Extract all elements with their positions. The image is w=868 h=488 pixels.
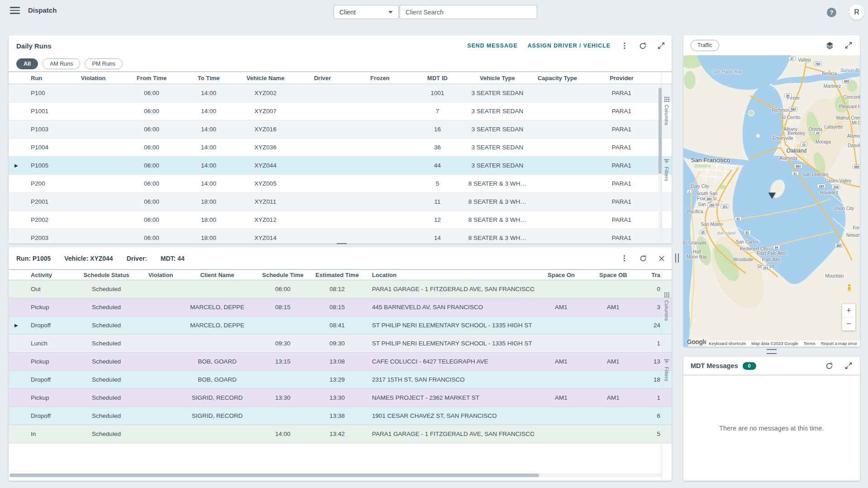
pegman-icon[interactable]	[846, 284, 853, 293]
daily-runs-title: Daily Runs	[16, 42, 52, 50]
column-header-driver[interactable]: Driver	[294, 75, 351, 81]
table-row[interactable]: P100306:0014:00XYZ016163 SEATER SEDANPAR…	[9, 120, 672, 139]
cell-provider: PARA1	[586, 234, 657, 241]
column-header-spaceOn[interactable]: Space On	[534, 272, 588, 278]
column-header-sched[interactable]: Schedule Time	[253, 272, 312, 278]
column-header-mdt[interactable]: MDT ID	[409, 75, 466, 81]
column-header-status[interactable]: Schedule Status	[72, 272, 140, 278]
cell-sched: 14:00	[253, 431, 312, 437]
cell-vehicle: XYZ007	[237, 108, 294, 115]
mdt-messages-panel: MDT Messages 0 There are no messages at …	[683, 357, 860, 481]
table-row[interactable]: PickupScheduledBOB, GOARD13:1513:08CAFE …	[9, 353, 672, 371]
refresh-icon[interactable]	[639, 42, 647, 50]
table-row[interactable]: P100106:0014:00XYZ00773 SEATER SEDANPARA…	[9, 102, 672, 120]
column-header-tra[interactable]: Tra	[638, 272, 663, 278]
cell-vehicle: XYZ002	[237, 90, 294, 96]
table-row[interactable]: ▶P100506:0014:00XYZ044443 SEATER SEDANPA…	[9, 157, 672, 175]
report-error-link[interactable]: Report a map error	[821, 340, 857, 347]
cell-mdt: 5	[409, 180, 466, 187]
cell-sched: 09:30	[253, 340, 312, 347]
map-split-drag-handle[interactable]	[767, 349, 777, 354]
cell-vtype: 3 SEATER SEDAN	[466, 108, 529, 115]
assign-driver-vehicle-button[interactable]: ASSIGN DRIVER / VEHICLE	[528, 43, 610, 49]
columns-side-tab[interactable]: Columns	[662, 97, 671, 125]
cell-location: 1901 CESAR CHAVEZ ST, SAN FRANCISCO	[362, 412, 534, 419]
column-header-to[interactable]: To Time	[180, 75, 237, 81]
filters-side-tab[interactable]: Filters	[662, 158, 671, 182]
filter-pm-runs[interactable]: PM Runs	[85, 58, 122, 69]
layers-icon[interactable]	[825, 41, 835, 50]
expand-icon[interactable]	[657, 42, 665, 50]
cell-to: 14:00	[180, 180, 237, 187]
kebab-menu-icon[interactable]	[620, 42, 629, 50]
cell-client: SIGRID, RECORD	[181, 394, 253, 401]
close-icon[interactable]	[658, 255, 665, 262]
table-row[interactable]: PickupScheduledSIGRID, RECORD13:3013:30N…	[9, 389, 672, 407]
column-header-location[interactable]: Location	[362, 272, 534, 278]
table-row[interactable]: P200206:0018:00XYZ012128 SEATER & 3 WH…P…	[9, 211, 672, 229]
help-icon[interactable]: ?	[827, 8, 836, 17]
table-row[interactable]: P100406:0014:00XYZ036363 SEATER SEDANPAR…	[9, 139, 672, 157]
map-viewport[interactable]: San Pablo BaySuisun BayVallejoBeniciaMar…	[683, 55, 860, 347]
column-header-activity[interactable]: Activity	[16, 272, 72, 278]
filter-all[interactable]: All	[16, 58, 38, 69]
cell-vtype: 3 SEATER SEDAN	[466, 144, 529, 151]
cell-location: ST PHILIP NERI ELEMENTARY SCHOOL - 1335 …	[362, 340, 534, 347]
table-row[interactable]: ▶DropoffScheduledMARCELO, DEPPE08:41ST P…	[9, 316, 672, 335]
column-header-from[interactable]: From Time	[123, 75, 180, 81]
column-header-spaceOb[interactable]: Space OB	[588, 272, 638, 278]
cell-sched: 08:15	[253, 304, 312, 311]
send-message-button[interactable]: SEND MESSAGE	[467, 43, 517, 49]
table-row[interactable]: PickupScheduledMARCELO, DEPPE08:1508:154…	[9, 298, 672, 316]
table-row[interactable]: P200106:0018:00XYZ011118 SEATER & 3 WH…P…	[9, 193, 672, 211]
cell-tra: 18	[638, 376, 663, 383]
column-header-client[interactable]: Client Name	[181, 272, 253, 278]
cell-est: 13:42	[312, 431, 362, 437]
refresh-icon[interactable]	[825, 362, 834, 370]
column-header-violation[interactable]: Violation	[140, 272, 181, 278]
table-row[interactable]: P10006:0014:00XYZ00210013 SEATER SEDANPA…	[9, 84, 672, 102]
route-shield-icon: 780	[813, 62, 822, 66]
zoom-in-button[interactable]: +	[842, 304, 855, 318]
column-header-ctype[interactable]: Capacity Type	[529, 75, 586, 81]
cell-mdt: 44	[409, 162, 466, 169]
panel-split-drag-handle[interactable]	[675, 254, 679, 263]
keyboard-shortcuts-link[interactable]: Keyboard shortcuts	[709, 340, 746, 347]
columns-side-tab[interactable]: Columns	[662, 292, 671, 321]
zoom-out-button[interactable]: −	[842, 318, 855, 331]
column-header-vtype[interactable]: Vehicle Type	[466, 75, 529, 81]
route-shield-icon: 238	[831, 185, 840, 189]
client-search-input[interactable]	[400, 5, 537, 19]
vehicle-marker[interactable]	[768, 192, 776, 198]
menu-icon[interactable]	[10, 7, 20, 14]
expand-icon[interactable]	[844, 41, 853, 49]
terms-link[interactable]: Terms	[804, 340, 816, 347]
expand-icon[interactable]	[844, 362, 853, 370]
table-row[interactable]: DropoffScheduledBOB, GOARD13:292317 15TH…	[9, 371, 672, 389]
table-row[interactable]: P200306:0018:00XYZ014148 SEATER & 3 WH…P…	[9, 229, 672, 244]
client-filter-select[interactable]: Client	[334, 5, 399, 19]
kebab-menu-icon[interactable]	[620, 254, 628, 262]
table-row[interactable]: OutScheduled06:0008:12PARA1 GARAGE - 1 F…	[9, 280, 672, 298]
avatar[interactable]: R	[849, 5, 864, 20]
column-header-provider[interactable]: Provider	[586, 75, 657, 81]
filters-side-tab[interactable]: Filters	[662, 359, 671, 382]
column-header-est[interactable]: Estimated Time	[312, 272, 362, 278]
table-row[interactable]: P20006:0014:00XYZ00558 SEATER & 3 WH…PAR…	[9, 175, 672, 193]
refresh-icon[interactable]	[639, 254, 647, 263]
table-row[interactable]: DropoffScheduledSIGRID, RECORD13:381901 …	[9, 407, 672, 425]
cell-vehicle: XYZ012	[237, 216, 294, 223]
column-header-violation[interactable]: Violation	[63, 75, 123, 81]
column-header-frozen[interactable]: Frozen	[351, 75, 409, 81]
table-row[interactable]: LunchScheduled09:3009:30ST PHILIP NERI E…	[9, 335, 672, 353]
vertical-scrollbar[interactable]	[658, 86, 662, 240]
column-header-vehicle[interactable]: Vehicle Name	[237, 75, 294, 81]
column-header-run[interactable]: Run	[16, 75, 63, 81]
map-canvas[interactable]	[683, 55, 860, 347]
map-header: Traffic	[683, 35, 860, 55]
filter-am-runs[interactable]: AM Runs	[43, 58, 80, 69]
daily-runs-table-body: P10006:0014:00XYZ00210013 SEATER SEDANPA…	[9, 84, 672, 244]
traffic-toggle[interactable]: Traffic	[691, 40, 719, 51]
table-row[interactable]: InScheduled14:0013:42PARA1 GARAGE - 1 FI…	[9, 425, 672, 443]
horizontal-scrollbar[interactable]	[10, 474, 663, 477]
